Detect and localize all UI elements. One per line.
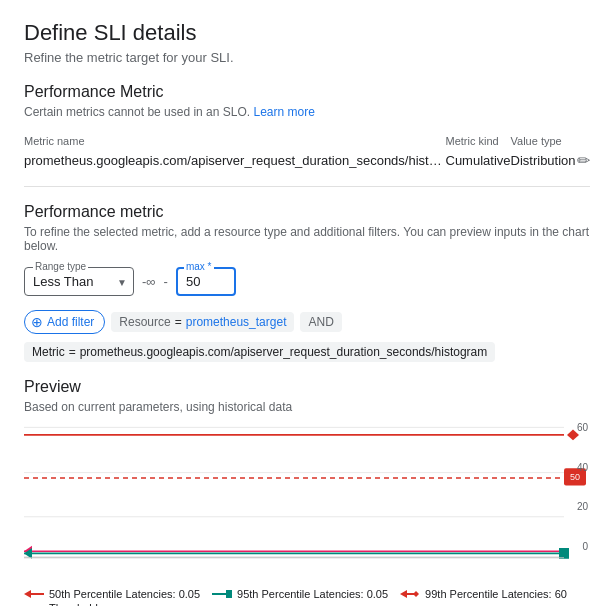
learn-more-link[interactable]: Learn more bbox=[253, 105, 314, 119]
max-input[interactable]: max * 50 bbox=[176, 267, 236, 296]
preview-section: Preview Based on current parameters, usi… bbox=[24, 378, 590, 606]
section-divider bbox=[24, 186, 590, 187]
max-label: max * bbox=[184, 261, 214, 272]
filter2-key: Metric bbox=[32, 345, 65, 359]
95th-legend-icon bbox=[212, 589, 232, 599]
add-icon: ⊕ bbox=[31, 314, 43, 330]
and-label: AND bbox=[300, 312, 341, 332]
refine-heading: Performance metric bbox=[24, 203, 590, 221]
chart-container: 50 UTC-4 7:50 PM 8:00 PM 8:10 PM 8:20 P bbox=[24, 422, 590, 582]
y-label-40: 40 bbox=[577, 462, 588, 473]
performance-metric-heading: Performance Metric bbox=[24, 83, 590, 101]
performance-metric-note: Certain metrics cannot be used in an SLO… bbox=[24, 105, 590, 119]
filter1-key: Resource bbox=[119, 315, 170, 329]
page-title: Define SLI details bbox=[24, 20, 590, 46]
add-filter-button[interactable]: ⊕ Add filter bbox=[24, 310, 105, 334]
y-label-0: 0 bbox=[577, 541, 588, 552]
chart-legend: 50th Percentile Latencies: 0.05 95th Per… bbox=[24, 588, 590, 606]
filter-row: ⊕ Add filter Resource = prometheus_targe… bbox=[24, 310, 590, 334]
metric-name-value: prometheus.googleapis.com/apiserver_requ… bbox=[24, 153, 444, 168]
preview-chart: 50 UTC-4 7:50 PM 8:00 PM 8:10 PM 8:20 P bbox=[24, 422, 590, 562]
range-type-select[interactable]: Range type Less Than ▼ bbox=[24, 267, 134, 296]
metric-filter-row: Metric = prometheus.googleapis.com/apise… bbox=[24, 342, 590, 362]
legend-99th: 99th Percentile Latencies: 60 bbox=[400, 588, 567, 600]
svg-rect-19 bbox=[226, 590, 232, 598]
max-value[interactable]: 50 bbox=[186, 274, 226, 289]
chevron-down-icon: ▼ bbox=[117, 276, 127, 287]
preview-note: Based on current parameters, using histo… bbox=[24, 400, 590, 414]
range-type-value: Less Than bbox=[33, 274, 93, 289]
col-metric-kind: Metric kind bbox=[446, 131, 511, 149]
svg-marker-16 bbox=[24, 590, 31, 598]
metric-table: Metric name Metric kind Value type prome… bbox=[24, 131, 590, 174]
legend-50th-label: 50th Percentile Latencies: 0.05 bbox=[49, 588, 200, 600]
filter2-val: prometheus.googleapis.com/apiserver_requ… bbox=[80, 345, 488, 359]
99th-legend-icon bbox=[400, 589, 420, 599]
resource-filter-chip[interactable]: Resource = prometheus_target bbox=[111, 312, 294, 332]
svg-marker-20 bbox=[400, 590, 407, 598]
svg-marker-22 bbox=[413, 591, 419, 597]
legend-95th: 95th Percentile Latencies: 0.05 bbox=[212, 588, 388, 600]
refine-description: To refine the selected metric, add a res… bbox=[24, 225, 590, 253]
metric-kind-value: Cumulative bbox=[446, 149, 511, 174]
page-subtitle: Refine the metric target for your SLI. bbox=[24, 50, 590, 65]
min-value: -∞ bbox=[142, 274, 156, 289]
y-label-60: 60 bbox=[577, 422, 588, 433]
legend-threshold-label: Threshold bbox=[49, 602, 98, 606]
y-label-20: 20 bbox=[577, 501, 588, 512]
range-row: Range type Less Than ▼ -∞ - max * 50 bbox=[24, 267, 590, 296]
filter2-op: = bbox=[69, 345, 76, 359]
legend-95th-label: 95th Percentile Latencies: 0.05 bbox=[237, 588, 388, 600]
add-filter-label: Add filter bbox=[47, 315, 94, 329]
legend-threshold: Threshold bbox=[24, 602, 98, 606]
legend-99th-label: 99th Percentile Latencies: 60 bbox=[425, 588, 567, 600]
50th-legend-icon bbox=[24, 589, 44, 599]
range-dash: - bbox=[164, 274, 168, 289]
legend-50th: 50th Percentile Latencies: 0.05 bbox=[24, 588, 200, 600]
y-axis-labels: 60 40 20 0 bbox=[577, 422, 590, 552]
col-metric-name: Metric name bbox=[24, 131, 446, 149]
edit-metric-icon[interactable]: ✏ bbox=[577, 152, 590, 169]
value-type-value: Distribution bbox=[511, 149, 576, 174]
preview-heading: Preview bbox=[24, 378, 590, 396]
range-type-label: Range type bbox=[33, 261, 88, 272]
filter1-op: = bbox=[175, 315, 182, 329]
col-value-type: Value type bbox=[511, 131, 576, 149]
refine-section: Performance metric To refine the selecte… bbox=[24, 203, 590, 362]
filter1-val: prometheus_target bbox=[186, 315, 287, 329]
metric-filter-chip[interactable]: Metric = prometheus.googleapis.com/apise… bbox=[24, 342, 495, 362]
